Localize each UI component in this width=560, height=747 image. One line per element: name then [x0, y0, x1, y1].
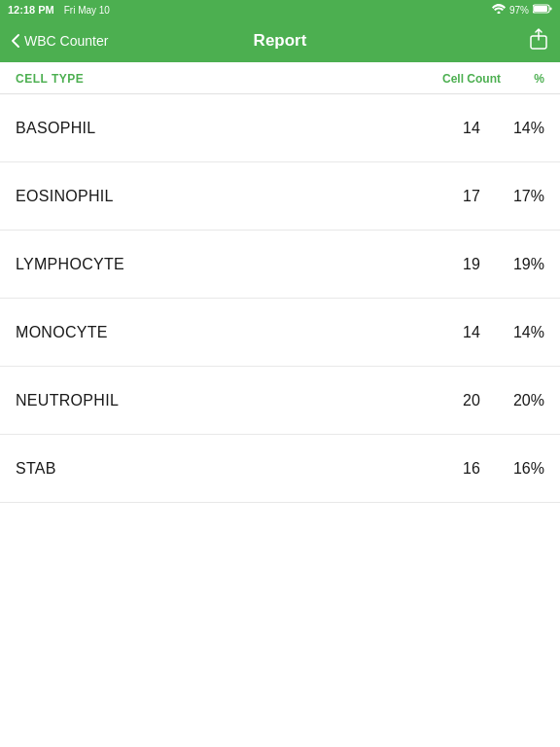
svg-rect-2	[550, 8, 552, 11]
status-date: Fri May 10	[64, 5, 110, 16]
table-row: BASOPHIL 14 14%	[0, 94, 560, 162]
cell-count-value: 14	[438, 120, 506, 137]
table-row: LYMPHOCYTE 19 19%	[0, 231, 560, 299]
wifi-icon	[492, 4, 506, 16]
cell-type-label: NEUTROPHIL	[16, 392, 438, 409]
content-area: CELL TYPE Cell Count % BASOPHIL 14 14% E…	[0, 62, 560, 503]
cell-type-label: STAB	[16, 460, 438, 478]
cell-count-value: 20	[438, 392, 506, 409]
cell-percent-value: 20%	[506, 392, 544, 409]
table-body: BASOPHIL 14 14% EOSINOPHIL 17 17% LYMPHO…	[0, 94, 560, 503]
table-row: STAB 16 16%	[0, 435, 560, 503]
header-cell-count: Cell Count	[438, 72, 506, 86]
header-cell-type: CELL TYPE	[16, 72, 438, 86]
status-icons: 97%	[492, 4, 552, 16]
header-percent: %	[506, 72, 544, 86]
status-bar: 12:18 PM Fri May 10 97%	[0, 0, 560, 19]
nav-title: Report	[254, 31, 307, 51]
status-time: 12:18 PM	[8, 4, 54, 16]
cell-count-value: 19	[438, 256, 506, 273]
cell-percent-value: 16%	[506, 460, 544, 478]
cell-type-label: EOSINOPHIL	[16, 188, 438, 205]
cell-type-label: BASOPHIL	[16, 120, 438, 137]
back-button[interactable]: WBC Counter	[12, 33, 108, 49]
nav-bar: WBC Counter Report	[0, 19, 560, 62]
battery-text: 97%	[509, 5, 529, 16]
table-row: EOSINOPHIL 17 17%	[0, 162, 560, 231]
table-row: MONOCYTE 14 14%	[0, 299, 560, 367]
table-row: NEUTROPHIL 20 20%	[0, 367, 560, 435]
cell-count-value: 16	[438, 460, 506, 478]
cell-percent-value: 14%	[506, 324, 544, 341]
cell-count-value: 17	[438, 188, 506, 205]
cell-percent-value: 17%	[506, 188, 544, 205]
cell-percent-value: 19%	[506, 256, 544, 273]
cell-percent-value: 14%	[506, 120, 544, 137]
svg-point-0	[497, 12, 500, 15]
back-label: WBC Counter	[24, 33, 108, 49]
svg-rect-3	[534, 6, 547, 12]
battery-icon	[533, 4, 552, 16]
cell-count-value: 14	[438, 324, 506, 341]
cell-type-label: MONOCYTE	[16, 324, 438, 341]
cell-type-label: LYMPHOCYTE	[16, 256, 438, 273]
share-button[interactable]	[529, 28, 548, 54]
table-header: CELL TYPE Cell Count %	[0, 62, 560, 94]
